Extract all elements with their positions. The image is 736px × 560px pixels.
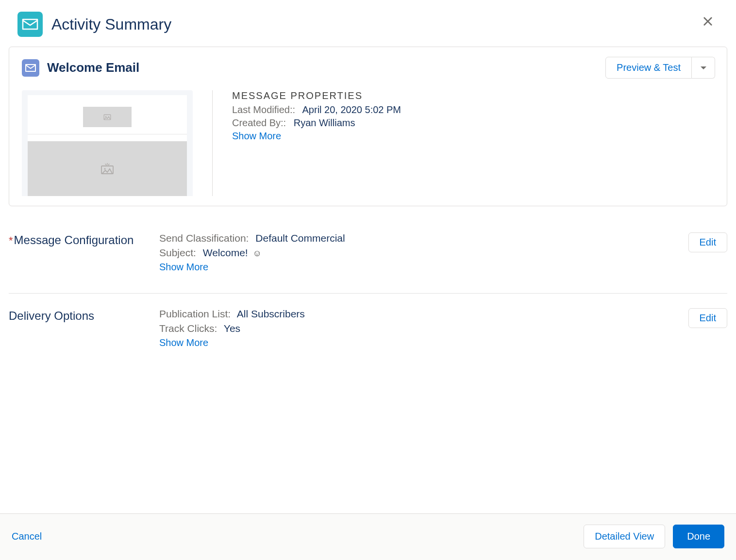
show-more-delivery-link[interactable]: Show More [159, 337, 208, 348]
email-thumbnail [22, 90, 193, 196]
emoji-icon: ☺ [253, 248, 262, 258]
email-summary-card: Welcome Email Preview & Test [9, 47, 727, 206]
last-modified-label: Last Modified:: [232, 104, 295, 115]
detailed-view-button[interactable]: Detailed View [584, 525, 665, 548]
thumbnail-logo-placeholder [83, 107, 132, 127]
close-button[interactable] [700, 14, 716, 29]
created-by-label: Created By:: [232, 117, 286, 128]
publication-list-label: Publication List: [159, 308, 231, 319]
modal-header: Activity Summary [9, 0, 727, 47]
email-activity-icon [17, 12, 43, 37]
activity-summary-modal: Activity Summary Welcome Email Preview &… [0, 0, 736, 560]
preview-test-button-group: Preview & Test [605, 57, 715, 79]
image-placeholder-icon [103, 114, 111, 120]
show-more-message-config-link[interactable]: Show More [159, 262, 208, 272]
close-icon [703, 16, 713, 27]
show-more-properties-link[interactable]: Show More [232, 131, 281, 141]
email-title: Welcome Email [47, 60, 605, 75]
vertical-divider [212, 90, 213, 196]
edit-delivery-options-button[interactable]: Edit [688, 308, 727, 328]
page-title: Activity Summary [51, 16, 171, 33]
track-clicks-value: Yes [224, 323, 240, 334]
subject-label: Subject: [159, 247, 196, 258]
email-icon [22, 59, 39, 77]
send-classification-value: Default Commercial [255, 232, 345, 244]
publication-list-value: All Subscribers [237, 308, 305, 319]
track-clicks-label: Track Clicks: [159, 323, 217, 334]
edit-message-config-button[interactable]: Edit [688, 232, 727, 252]
email-card-header: Welcome Email Preview & Test [22, 57, 715, 79]
image-placeholder-icon [100, 163, 114, 175]
cancel-link[interactable]: Cancel [12, 531, 42, 542]
message-configuration-section: *Message Configuration Send Classificati… [9, 218, 727, 294]
svg-point-1 [105, 116, 106, 117]
created-by-value: Ryan Williams [294, 117, 355, 128]
message-properties: MESSAGE PROPERTIES Last Modified:: April… [232, 90, 401, 196]
preview-test-dropdown-button[interactable] [692, 57, 715, 79]
section-title-message-config: *Message Configuration [9, 232, 159, 273]
properties-heading: MESSAGE PROPERTIES [232, 90, 401, 101]
delivery-options-section: Delivery Options Publication List: All S… [9, 294, 727, 369]
send-classification-label: Send Classification: [159, 232, 249, 244]
modal-footer: Cancel Detailed View Done [0, 513, 736, 560]
required-indicator: * [9, 234, 13, 247]
done-button[interactable]: Done [673, 525, 724, 548]
subject-value: Welcome! [203, 247, 248, 258]
chevron-down-icon [700, 66, 707, 70]
preview-test-button[interactable]: Preview & Test [605, 57, 692, 79]
last-modified-value: April 20, 2020 5:02 PM [302, 104, 401, 115]
section-title-delivery-options: Delivery Options [9, 308, 159, 348]
thumbnail-hero-placeholder [28, 141, 187, 196]
svg-point-3 [104, 168, 105, 169]
